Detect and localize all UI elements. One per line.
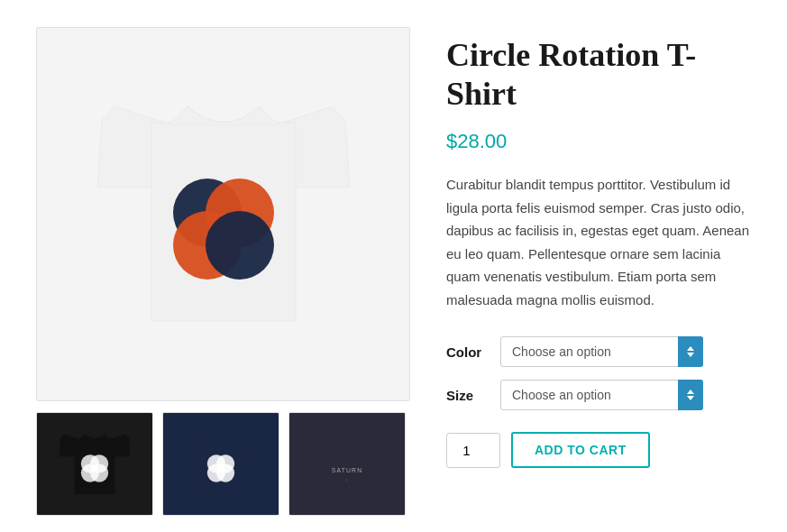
product-layout: SATURN ○ Circle Rotation T-Shirt $28.00 … (36, 27, 751, 516)
size-option-row: Size Choose an option S M L XL XXL (446, 380, 751, 410)
product-title: Circle Rotation T-Shirt (446, 36, 751, 114)
thumbnail-2[interactable] (162, 412, 279, 516)
color-label: Color (446, 344, 500, 360)
size-select-wrapper: Choose an option S M L XL XXL (500, 380, 703, 410)
product-price: $28.00 (446, 130, 751, 153)
product-details: Circle Rotation T-Shirt $28.00 Curabitur… (446, 27, 751, 468)
thumbnail-row: SATURN ○ (36, 412, 410, 516)
color-select-wrapper: Choose an option White Black Navy (500, 336, 703, 367)
size-label: Size (446, 388, 500, 403)
svg-point-21 (216, 463, 234, 482)
svg-text:SATURN: SATURN (332, 466, 363, 472)
main-product-image (36, 27, 410, 401)
product-images: SATURN ○ (36, 27, 410, 516)
color-option-row: Color Choose an option White Black Navy (446, 336, 751, 367)
quantity-input[interactable] (446, 433, 500, 468)
svg-text:○: ○ (345, 477, 349, 482)
cart-row: ADD TO CART (446, 432, 751, 468)
thumbnail-3[interactable]: SATURN ○ (288, 412, 406, 516)
price-value: $28.00 (446, 130, 507, 152)
svg-rect-22 (311, 432, 383, 496)
size-select[interactable]: Choose an option S M L XL XXL (500, 380, 703, 410)
add-to-cart-button[interactable]: ADD TO CART (511, 432, 650, 468)
thumbnail-1[interactable] (36, 412, 153, 516)
color-select[interactable]: Choose an option White Black Navy (500, 336, 703, 367)
product-description: Curabitur blandit tempus porttitor. Vest… (446, 173, 751, 311)
product-options: Color Choose an option White Black Navy (446, 336, 751, 410)
svg-point-14 (90, 463, 108, 482)
